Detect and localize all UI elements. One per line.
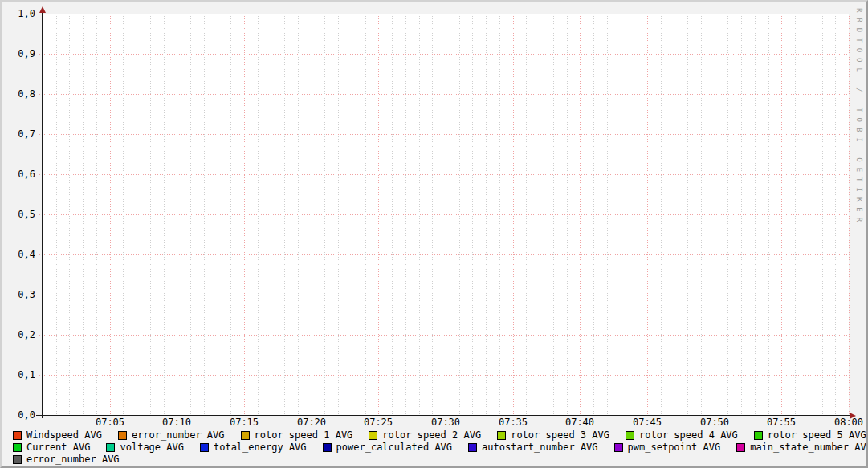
legend-item: pwm_setpoint AVG xyxy=(614,442,721,453)
legend-swatch-icon xyxy=(736,443,745,452)
x-tick-label: 07:05 xyxy=(86,417,134,427)
y-tick-label: 0,9 xyxy=(5,49,35,59)
legend-label: rotor speed 3 AVG xyxy=(511,430,609,441)
legend-label: Current AVG xyxy=(26,442,90,453)
legend-swatch-icon xyxy=(369,431,377,440)
legend-item: error_number AVG xyxy=(118,430,225,441)
legend-swatch-icon xyxy=(323,443,332,452)
x-tick-label: 07:20 xyxy=(287,417,336,427)
legend-swatch-icon xyxy=(200,443,209,452)
legend-item: Windspeed AVG xyxy=(13,430,102,441)
legend-item: rotor speed 1 AVG xyxy=(241,430,353,441)
x-tick-label: 07:15 xyxy=(220,417,268,427)
legend-row: error_number AVG xyxy=(13,454,864,466)
x-tick-label: 07:30 xyxy=(422,417,470,427)
legend-row: Current AVGvoltage AVGtotal_energy AVGpo… xyxy=(13,442,864,454)
legend-swatch-icon xyxy=(241,431,250,440)
legend-label: total_energy AVG xyxy=(214,442,307,453)
major-vertical-gridline xyxy=(849,14,850,415)
legend-swatch-icon xyxy=(626,431,634,440)
legend-item: voltage AVG xyxy=(106,442,183,453)
y-tick-label: 0,4 xyxy=(5,250,35,259)
x-tick-label: 08:00 xyxy=(825,417,868,427)
legend-swatch-icon xyxy=(118,431,127,440)
y-tick-label: 0,6 xyxy=(5,169,35,179)
y-tick-label: 0,7 xyxy=(5,129,35,139)
legend-swatch-icon xyxy=(13,455,22,464)
legend-item: rotor speed 5 AVG xyxy=(754,430,866,441)
major-horizontal-gridline xyxy=(39,295,849,295)
legend-swatch-icon xyxy=(614,443,623,452)
y-axis-line xyxy=(42,10,43,418)
y-tick-label: 0,0 xyxy=(5,410,35,420)
x-tick-label: 07:10 xyxy=(153,417,201,427)
legend-item: power_calculated AVG xyxy=(323,442,453,453)
legend-swatch-icon xyxy=(468,443,477,452)
x-axis-line xyxy=(36,415,850,416)
x-tick-label: 07:40 xyxy=(556,417,604,427)
watermark: RRDTOOL / TOBI OETIKER xyxy=(855,8,863,227)
major-horizontal-gridline xyxy=(39,174,849,175)
y-axis-arrow-icon xyxy=(39,6,46,13)
legend-label: rotor speed 4 AVG xyxy=(639,430,738,441)
legend-item: total_energy AVG xyxy=(200,442,307,453)
legend-label: rotor speed 1 AVG xyxy=(255,430,353,441)
legend-item: error_number AVG xyxy=(13,454,120,465)
legend-label: pwm_setpoint AVG xyxy=(628,442,721,453)
x-tick-label: 07:35 xyxy=(489,417,537,427)
x-tick-label: 07:55 xyxy=(757,417,805,427)
x-tick-label: 07:50 xyxy=(691,417,739,427)
legend-item: main_state_number AVG xyxy=(736,442,868,453)
x-tick-label: 07:25 xyxy=(354,417,402,427)
legend-swatch-icon xyxy=(754,431,763,440)
legend-swatch-icon xyxy=(497,431,506,440)
legend-label: error_number AVG xyxy=(26,454,120,465)
major-horizontal-gridline xyxy=(39,214,849,215)
y-tick-label: 1,0 xyxy=(5,9,35,18)
legend-item: rotor speed 2 AVG xyxy=(369,430,481,441)
major-horizontal-gridline xyxy=(39,254,849,255)
legend-label: Windspeed AVG xyxy=(26,430,102,441)
legend-item: rotor speed 4 AVG xyxy=(626,430,738,441)
y-tick-label: 0,1 xyxy=(5,370,35,380)
legend-swatch-icon xyxy=(13,431,22,440)
rrdtool-graph: 1,00,90,80,70,60,50,40,30,20,10,0 07:050… xyxy=(0,0,868,468)
legend-item: rotor speed 3 AVG xyxy=(497,430,609,441)
y-tick-label: 0,8 xyxy=(5,89,35,99)
legend-item: Current AVG xyxy=(13,442,90,453)
y-tick-label: 0,5 xyxy=(5,210,35,219)
legend-label: power_calculated AVG xyxy=(336,442,453,453)
legend-label: autostart_number AVG xyxy=(482,442,598,453)
major-horizontal-gridline xyxy=(39,14,849,14)
legend-label: rotor speed 5 AVG xyxy=(768,430,866,441)
major-horizontal-gridline xyxy=(39,335,849,336)
legend-label: rotor speed 2 AVG xyxy=(382,430,481,441)
major-horizontal-gridline xyxy=(39,375,849,376)
legend-swatch-icon xyxy=(13,443,22,452)
y-tick-label: 0,3 xyxy=(5,290,35,299)
major-horizontal-gridline xyxy=(39,54,849,55)
legend-label: main_state_number AVG xyxy=(750,442,868,453)
major-horizontal-gridline xyxy=(39,134,849,135)
legend-swatch-icon xyxy=(106,443,115,452)
legend-item: autostart_number AVG xyxy=(468,442,598,453)
x-tick-label: 07:45 xyxy=(623,417,671,427)
legend-label: voltage AVG xyxy=(120,442,183,453)
major-horizontal-gridline xyxy=(39,94,849,95)
legend: Windspeed AVGerror_number AVGrotor speed… xyxy=(13,429,864,466)
legend-row: Windspeed AVGerror_number AVGrotor speed… xyxy=(13,429,864,442)
legend-label: error_number AVG xyxy=(132,430,225,441)
y-tick-label: 0,2 xyxy=(5,330,35,340)
